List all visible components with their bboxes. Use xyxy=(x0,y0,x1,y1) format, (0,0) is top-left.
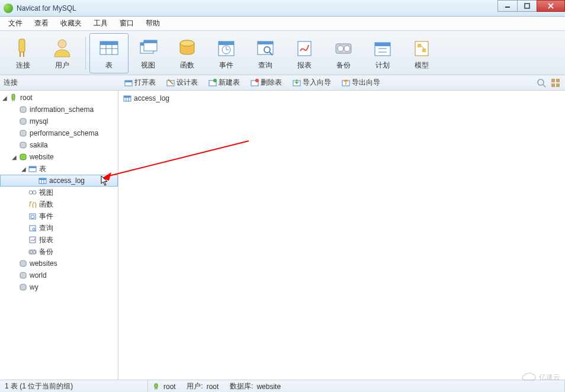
menu-favorites[interactable]: 收藏夹 xyxy=(54,17,88,30)
database-icon xyxy=(18,271,28,279)
functions-icon: f() xyxy=(28,200,37,208)
toolbar-event-button[interactable]: 事件 xyxy=(207,33,246,73)
connection-icon xyxy=(9,94,18,102)
plug-small-icon xyxy=(153,383,160,390)
tree-db-websites[interactable]: websites xyxy=(0,258,118,269)
object-item-access-log[interactable]: access_log xyxy=(122,93,561,104)
svg-rect-87 xyxy=(124,96,131,98)
main-toolbar: 连接 用户 表 视图 函数 事件 查询 xyxy=(0,31,565,75)
tree-root-connection[interactable]: ◢ root xyxy=(0,92,118,104)
toolbar-table-button[interactable]: 表 xyxy=(89,33,129,73)
database-icon xyxy=(18,141,28,149)
close-button[interactable] xyxy=(537,0,565,12)
model-icon xyxy=(410,37,433,59)
svg-rect-28 xyxy=(298,41,311,56)
table-icon xyxy=(98,37,120,59)
toolbar-view-label: 视图 xyxy=(141,60,155,70)
menu-window[interactable]: 窗口 xyxy=(114,17,140,30)
svg-rect-37 xyxy=(418,44,421,47)
open-table-button[interactable]: 打开表 xyxy=(122,76,158,89)
import-wizard-label: 导入向导 xyxy=(303,78,331,88)
status-conn-name: root xyxy=(163,383,176,391)
design-table-icon xyxy=(166,79,175,87)
function-icon xyxy=(176,37,198,59)
tree-db-website[interactable]: ◢website xyxy=(0,151,118,163)
tree-db-mysql[interactable]: mysql xyxy=(0,115,118,127)
tree-folder-views[interactable]: 视图 xyxy=(0,187,118,198)
toolbar-model-button[interactable]: 模型 xyxy=(402,33,441,73)
svg-rect-25 xyxy=(258,41,273,44)
toolbar-user-button[interactable]: 用户 xyxy=(43,33,82,73)
delete-table-button[interactable]: 删除表 xyxy=(248,76,284,89)
views-icon xyxy=(28,188,37,197)
toolbar-backup-label: 备份 xyxy=(336,60,351,70)
tree-db-world[interactable]: world xyxy=(0,269,118,281)
menu-tools[interactable]: 工具 xyxy=(88,17,114,30)
tree-folder-label: 视图 xyxy=(39,188,53,198)
toolbar-connect-label: 连接 xyxy=(16,60,30,70)
toolbar-connect-button[interactable]: 连接 xyxy=(4,33,43,73)
svg-line-90 xyxy=(107,141,249,176)
svg-rect-9 xyxy=(100,41,118,45)
watermark: 亿速云 xyxy=(521,372,560,383)
tree-folder-events[interactable]: 事件 xyxy=(0,210,118,222)
collapse-icon[interactable]: ◢ xyxy=(11,154,18,160)
tree-folder-label: 函数 xyxy=(39,200,53,210)
svg-point-70 xyxy=(29,191,33,194)
svg-point-18 xyxy=(180,40,194,46)
report-icon xyxy=(293,37,316,59)
toolbar-backup-button[interactable]: 备份 xyxy=(324,33,363,73)
object-list-pane[interactable]: access_log xyxy=(118,91,565,380)
collapse-icon[interactable]: ◢ xyxy=(20,166,27,172)
tree-folder-queries[interactable]: 查询 xyxy=(0,222,118,234)
tree-db-label: websites xyxy=(30,259,57,268)
tree-folder-functions[interactable]: f()函数 xyxy=(0,198,118,210)
main-area: ◢ root information_schema mysql performa… xyxy=(0,91,565,380)
design-table-button[interactable]: 设计表 xyxy=(164,76,200,89)
import-wizard-button[interactable]: 导入向导 xyxy=(290,76,333,89)
menu-help[interactable]: 帮助 xyxy=(140,17,166,30)
tree-folder-reports[interactable]: 报表 xyxy=(0,234,118,246)
status-user-label: 用户: xyxy=(187,381,203,391)
backups-icon xyxy=(28,248,37,256)
svg-rect-4 xyxy=(19,39,25,52)
toolbar-report-button[interactable]: 报表 xyxy=(285,33,324,73)
window-controls xyxy=(498,0,565,12)
tree-folder-tables[interactable]: ◢表 xyxy=(0,163,118,175)
tree-table-access-log[interactable]: access_log xyxy=(0,175,118,187)
svg-rect-55 xyxy=(556,83,560,87)
toolbar-schedule-button[interactable]: 计划 xyxy=(363,33,402,73)
new-table-button[interactable]: 新建表 xyxy=(206,76,242,89)
menu-view[interactable]: 查看 xyxy=(28,17,54,30)
tree-folder-backups[interactable]: 备份 xyxy=(0,246,118,258)
new-table-icon xyxy=(208,79,217,87)
maximize-button[interactable] xyxy=(517,0,537,12)
toolbar-table-label: 表 xyxy=(105,60,113,70)
grid-view-icon[interactable] xyxy=(551,78,560,88)
search-icon[interactable] xyxy=(537,78,546,88)
toolbar-query-button[interactable]: 查询 xyxy=(246,33,285,73)
tree-folder-label: 事件 xyxy=(39,211,53,221)
tree-db-wy[interactable]: wy xyxy=(0,281,118,293)
tree-folder-label: 报表 xyxy=(39,235,53,245)
collapse-icon[interactable]: ◢ xyxy=(1,95,8,101)
toolbar-view-button[interactable]: 视图 xyxy=(129,33,168,73)
tree-db-performance-schema[interactable]: performance_schema xyxy=(0,127,118,139)
database-icon xyxy=(18,105,28,114)
table-icon xyxy=(38,176,47,185)
tree-db-information-schema[interactable]: information_schema xyxy=(0,104,118,115)
svg-text:(): () xyxy=(32,201,37,208)
toolbar-func-button[interactable]: 函数 xyxy=(168,33,207,73)
database-icon xyxy=(18,283,28,291)
connection-tree[interactable]: ◢ root information_schema mysql performa… xyxy=(0,91,118,380)
minimize-button[interactable] xyxy=(497,0,518,12)
svg-point-30 xyxy=(338,46,344,52)
export-wizard-button[interactable]: 导出向导 xyxy=(339,76,383,89)
menu-file[interactable]: 文件 xyxy=(2,17,28,30)
toolbar-schedule-label: 计划 xyxy=(375,60,390,70)
import-icon xyxy=(293,79,301,87)
table-folder-icon xyxy=(28,165,37,173)
tree-folder-label: 表 xyxy=(39,164,46,174)
status-connection: root 用户: root 数据库: website xyxy=(148,380,565,392)
tree-db-sakila[interactable]: sakila xyxy=(0,139,118,151)
